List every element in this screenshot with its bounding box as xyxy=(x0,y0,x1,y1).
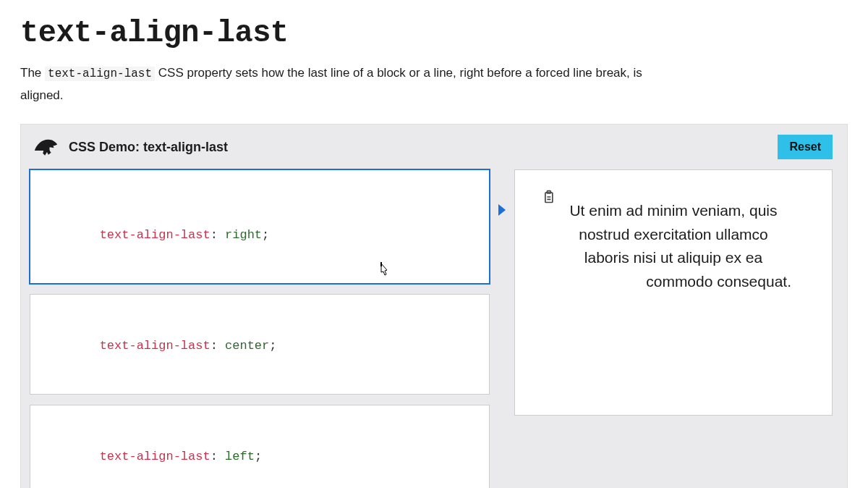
intro-code: text-align-last xyxy=(45,67,155,81)
code-value: right xyxy=(225,228,262,242)
code-property: text-align-last xyxy=(100,228,210,242)
code-option-left[interactable]: text-align-last: left; xyxy=(30,405,490,488)
code-property: text-align-last xyxy=(100,450,210,463)
intro-paragraph: The text-align-last CSS property sets ho… xyxy=(20,62,671,106)
demo-header: CSS Demo: text-align-last Reset xyxy=(21,125,847,169)
demo-panel: CSS Demo: text-align-last Reset text-ali… xyxy=(20,124,848,488)
active-arrow-icon xyxy=(498,204,506,216)
code-value: center xyxy=(225,339,269,353)
output-text: Ut enim ad minim veniam, quis nostrud ex… xyxy=(556,199,791,293)
code-option-center[interactable]: text-align-last: center; xyxy=(30,294,490,395)
intro-pre: The xyxy=(20,66,45,80)
page-title: text-align-last xyxy=(20,16,848,51)
logo-dino-icon xyxy=(33,137,60,157)
svg-rect-1 xyxy=(547,191,550,193)
code-option-right[interactable]: text-align-last: right; xyxy=(30,169,490,284)
output-panel: Ut enim ad minim veniam, quis nostrud ex… xyxy=(514,169,833,416)
reset-button[interactable]: Reset xyxy=(778,135,833,159)
code-property: text-align-last xyxy=(100,339,210,353)
clipboard-icon[interactable] xyxy=(467,176,482,190)
code-value: left xyxy=(225,450,255,463)
demo-title: CSS Demo: text-align-last xyxy=(69,140,228,155)
code-column: text-align-last: right; text-align-last:… xyxy=(30,169,490,488)
